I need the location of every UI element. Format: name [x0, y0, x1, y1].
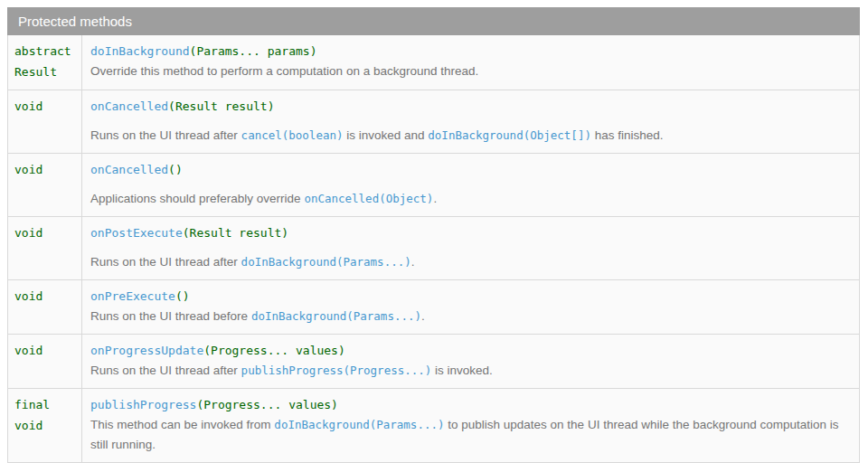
- inline-code-link[interactable]: doInBackground(Object[]): [428, 128, 591, 142]
- method-cell: onPreExecute() Runs on the UI thread bef…: [82, 280, 859, 334]
- method-signature: onCancelled(Result result): [90, 96, 848, 117]
- method-params: (): [168, 163, 183, 176]
- description-text: is invoked and: [344, 128, 429, 142]
- table-row: abstractResult doInBackground(Params... …: [8, 35, 859, 90]
- modifier-keyword: void: [14, 222, 78, 243]
- description-text: has finished.: [591, 128, 664, 142]
- method-link[interactable]: publishProgress: [90, 398, 196, 411]
- table-row: void onProgressUpdate(Progress... values…: [8, 334, 859, 388]
- method-description: Runs on the UI thread after publishProgr…: [90, 361, 848, 381]
- method-description: Runs on the UI thread before doInBackgro…: [90, 307, 848, 326]
- modifier-cell: void: [8, 90, 82, 153]
- inline-code-link[interactable]: doInBackground(Params...): [274, 418, 444, 431]
- method-cell: onCancelled() Applications should prefer…: [82, 154, 859, 216]
- method-cell: onCancelled(Result result) Runs on the U…: [82, 90, 859, 153]
- modifier-keyword: void: [14, 96, 78, 117]
- description-text: .: [421, 309, 425, 323]
- doc-page: Protected methods abstractResult doInBac…: [0, 0, 868, 463]
- method-description: Override this method to perform a comput…: [90, 61, 848, 81]
- modifier-cell: void: [8, 280, 82, 334]
- method-link[interactable]: onProgressUpdate: [90, 344, 203, 357]
- description-text: Runs on the UI thread after: [90, 255, 241, 269]
- modifier-keyword: void: [14, 286, 78, 307]
- table-row: void onPostExecute(Result result) Runs o…: [8, 216, 859, 279]
- method-signature: onPostExecute(Result result): [90, 222, 848, 243]
- method-params: (Params... params): [190, 44, 317, 58]
- protected-methods-table: Protected methods abstractResult doInBac…: [7, 7, 860, 463]
- method-signature: onPreExecute(): [90, 286, 848, 307]
- table-row: finalvoid publishProgress(Progress... va…: [8, 388, 859, 462]
- inline-code-link[interactable]: onCancelled(Object): [304, 192, 433, 205]
- method-params: (Progress... values): [196, 398, 338, 411]
- inline-code-link[interactable]: cancel(boolean): [241, 128, 344, 142]
- modifier-cell: void: [8, 335, 82, 388]
- description-text: Runs on the UI thread after: [90, 364, 241, 377]
- modifier-keyword: void: [14, 415, 78, 436]
- method-cell: onPostExecute(Result result) Runs on the…: [82, 217, 859, 279]
- table-row: void onPreExecute() Runs on the UI threa…: [8, 279, 859, 334]
- method-signature: onProgressUpdate(Progress... values): [90, 340, 848, 361]
- description-text: .: [411, 255, 415, 269]
- modifier-keyword: abstract: [14, 41, 78, 61]
- table-body: abstractResult doInBackground(Params... …: [8, 35, 859, 462]
- method-params: (): [175, 289, 190, 303]
- method-params: (Result result): [168, 99, 274, 113]
- modifier-cell: void: [8, 154, 82, 216]
- modifier-cell: finalvoid: [8, 389, 82, 462]
- method-link[interactable]: onPreExecute: [90, 289, 175, 303]
- description-text: .: [433, 192, 437, 205]
- description-text: Runs on the UI thread after: [90, 128, 241, 142]
- method-signature: doInBackground(Params... params): [90, 41, 848, 61]
- method-link[interactable]: onPostExecute: [90, 226, 183, 240]
- inline-code-link[interactable]: doInBackground(Params...): [241, 255, 411, 269]
- method-description: Applications should preferably override …: [90, 189, 848, 209]
- modifier-keyword: void: [14, 159, 78, 180]
- method-link[interactable]: onCancelled: [90, 99, 168, 113]
- method-signature: publishProgress(Progress... values): [90, 394, 848, 415]
- modifier-cell: abstractResult: [8, 35, 82, 90]
- method-cell: onProgressUpdate(Progress... values) Run…: [82, 335, 859, 388]
- inline-code-link[interactable]: doInBackground(Params...): [251, 309, 421, 323]
- description-text: Runs on the UI thread before: [90, 309, 251, 323]
- modifier-keyword: final: [14, 394, 78, 415]
- table-row: void onCancelled(Result result) Runs on …: [8, 90, 859, 153]
- modifier-keyword: void: [14, 340, 78, 361]
- modifier-cell: void: [8, 217, 82, 279]
- method-params: (Result result): [183, 226, 288, 240]
- modifier-keyword: Result: [14, 61, 78, 82]
- method-signature: onCancelled(): [90, 159, 848, 180]
- method-cell: publishProgress(Progress... values) This…: [82, 389, 859, 462]
- method-description: Runs on the UI thread after doInBackgrou…: [90, 252, 848, 272]
- description-text: Applications should preferably override: [90, 192, 304, 205]
- method-link[interactable]: onCancelled: [90, 163, 168, 176]
- table-header: Protected methods: [7, 7, 860, 35]
- method-description: Runs on the UI thread after cancel(boole…: [90, 126, 848, 146]
- description-text: Override this method to perform a comput…: [90, 64, 478, 78]
- description-text: is invoked.: [431, 364, 493, 377]
- description-text: This method can be invoked from: [90, 418, 274, 431]
- method-params: (Progress... values): [203, 344, 345, 357]
- inline-code-link[interactable]: publishProgress(Progress...): [241, 364, 432, 377]
- method-link[interactable]: doInBackground: [90, 44, 190, 58]
- method-description: This method can be invoked from doInBack…: [90, 415, 848, 455]
- table-row: void onCancelled() Applications should p…: [8, 153, 859, 216]
- method-cell: doInBackground(Params... params) Overrid…: [82, 35, 859, 90]
